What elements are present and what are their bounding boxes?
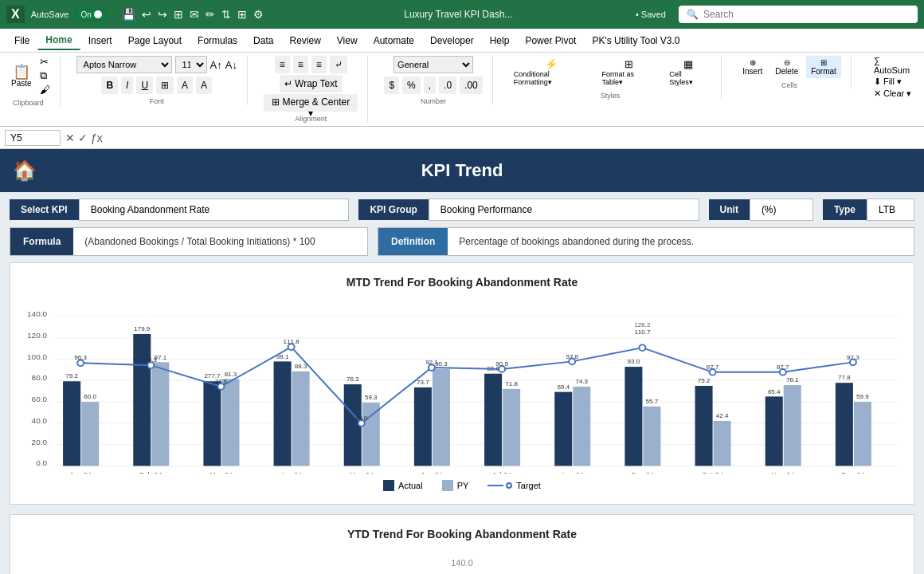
menu-file[interactable]: File [6, 32, 37, 49]
menu-developer[interactable]: Developer [422, 32, 482, 49]
autosum-button[interactable]: ∑ AutoSum [874, 56, 918, 75]
number-format-select[interactable]: General [393, 56, 473, 73]
italic-button[interactable]: I [121, 77, 133, 94]
legend-target-dot [506, 482, 512, 489]
settings-icon[interactable]: ⚙ [252, 6, 265, 22]
font-size-decrease-icon[interactable]: A↓ [225, 59, 237, 71]
conditional-formatting-button[interactable]: ⚡ Conditional Formatting▾ [509, 56, 594, 88]
home-icon[interactable]: 🏠 [13, 159, 37, 182]
excel-logo: X [6, 6, 25, 23]
highlight-button[interactable]: A [177, 77, 193, 94]
menu-formulas[interactable]: Formulas [190, 32, 245, 49]
bar-py-aug [573, 387, 590, 466]
menu-power-pivot[interactable]: Power Pivot [517, 32, 584, 49]
menu-bar: File Home Insert Page Layout Formulas Da… [0, 29, 924, 53]
formula-bar: ✕ ✓ ƒx [0, 127, 924, 149]
format-painter-icon[interactable]: 🖌 [40, 84, 50, 96]
formula-text: (Abandoned Bookings / Total Booking Init… [73, 228, 326, 255]
menu-help[interactable]: Help [482, 32, 518, 49]
bold-button[interactable]: B [101, 77, 118, 94]
undo-icon[interactable]: ↩ [140, 6, 153, 22]
save-icon[interactable]: 💾 [120, 6, 137, 22]
cancel-formula-icon[interactable]: ✕ [65, 132, 75, 144]
menu-home[interactable]: Home [37, 31, 80, 50]
select-kpi-value[interactable]: Booking Abandonment Rate [79, 199, 350, 221]
ytd-placeholder: 140.0 [23, 550, 901, 574]
decrease-decimal-button[interactable]: .0 [439, 77, 456, 94]
search-input[interactable] [703, 9, 910, 20]
definition-text: Percentage of bookings abandoned during … [448, 228, 705, 255]
indent-icon[interactable]: ⤶ [330, 56, 347, 73]
menu-insert[interactable]: Insert [80, 32, 120, 49]
menu-review[interactable]: Review [281, 32, 328, 49]
format-button[interactable]: ⊞ Format [806, 56, 841, 78]
paste-button[interactable]: 📋 Paste [6, 62, 37, 90]
increase-decimal-button[interactable]: .00 [460, 77, 483, 94]
grid-icon[interactable]: ⊞ [236, 6, 249, 22]
type-label: Type [823, 199, 867, 220]
cut-icon[interactable]: ✂ [40, 56, 50, 68]
svg-text:79.2: 79.2 [65, 373, 78, 380]
formula-input[interactable] [108, 131, 919, 145]
bar-actual-jun [414, 387, 432, 466]
align-right-button[interactable]: ≡ [311, 56, 327, 73]
currency-button[interactable]: $ [384, 77, 399, 94]
unit-value[interactable]: (%) [750, 199, 813, 221]
comma-button[interactable]: , [424, 77, 436, 94]
clear-button[interactable]: ✕ Clear ▾ [874, 88, 911, 99]
menu-automate[interactable]: Automate [366, 32, 422, 49]
merge-center-button[interactable]: ⊞ Merge & Center ▾ [264, 94, 358, 112]
toggle-dot [94, 10, 102, 18]
underline-button[interactable]: U [136, 77, 153, 94]
fill-button[interactable]: ⬇ Fill ▾ [874, 77, 902, 87]
ytd-chart-title: YTD Trend For Booking Abandonment Rate [23, 528, 901, 541]
svg-text:75.2: 75.2 [698, 377, 711, 384]
cell-reference[interactable] [5, 130, 61, 146]
menu-data[interactable]: Data [245, 32, 281, 49]
svg-text:Nov-24: Nov-24 [771, 471, 794, 474]
font-size-increase-icon[interactable]: A↑ [210, 59, 222, 71]
delete-button[interactable]: ⊖ Delete [770, 56, 803, 78]
svg-text:40.0: 40.0 [355, 415, 368, 422]
font-color-button[interactable]: A [196, 77, 212, 94]
search-icon: 🔍 [687, 9, 699, 20]
svg-text:96.3: 96.3 [74, 355, 87, 362]
type-value[interactable]: LTB [867, 199, 914, 221]
align-center-button[interactable]: ≡ [293, 56, 308, 73]
menu-view[interactable]: View [329, 32, 366, 49]
insert-button[interactable]: ⊕ Insert [738, 56, 767, 78]
bar-actual-nov [765, 396, 783, 466]
table-icon[interactable]: ⊞ [172, 6, 185, 22]
percent-button[interactable]: % [402, 77, 421, 94]
svg-text:93.0: 93.0 [628, 358, 640, 365]
align-left-button[interactable]: ≡ [275, 56, 290, 73]
svg-text:120.0: 120.0 [27, 331, 48, 340]
font-size-select[interactable]: 11 [175, 56, 207, 73]
redo-icon[interactable]: ↪ [156, 6, 169, 22]
insert-function-icon[interactable]: ƒx [91, 132, 103, 144]
menu-page-layout[interactable]: Page Layout [120, 32, 190, 49]
alignment-row2: ↵ Wrap Text [280, 75, 343, 92]
copy-icon[interactable]: ⧉ [40, 69, 50, 82]
bar-actual-aug [554, 392, 572, 466]
format-as-table-button[interactable]: ⊞ Format as Table▾ [597, 56, 661, 88]
ribbon-editing-group: ∑ AutoSum ⬇ Fill ▾ ✕ Clear ▾ [867, 56, 918, 99]
confirm-formula-icon[interactable]: ✓ [78, 132, 88, 144]
search-bar[interactable]: 🔍 [679, 6, 918, 23]
kpi-group-value[interactable]: Booking Performance [429, 199, 699, 221]
menu-pk-utility[interactable]: PK's Utility Tool V3.0 [584, 32, 687, 49]
number-format-row: General [393, 56, 473, 73]
styles-row: ⚡ Conditional Formatting▾ ⊞ Format as Ta… [509, 56, 711, 88]
font-label: Font [150, 97, 164, 105]
svg-text:Mar-24: Mar-24 [209, 471, 233, 474]
wrap-text-button[interactable]: ↵ Wrap Text [280, 75, 343, 92]
draw-icon[interactable]: ✏ [204, 6, 217, 22]
svg-text:97.3: 97.3 [847, 354, 859, 361]
autosave-toggle[interactable]: On [75, 9, 107, 21]
font-family-select[interactable]: Aptos Narrow [76, 56, 172, 73]
bar-actual-apr [274, 361, 292, 466]
sort-icon[interactable]: ⇅ [220, 6, 233, 22]
border-button[interactable]: ⊞ [156, 77, 174, 94]
email-icon[interactable]: ✉ [188, 6, 201, 22]
cell-styles-button[interactable]: ▦ Cell Styles▾ [664, 56, 711, 88]
